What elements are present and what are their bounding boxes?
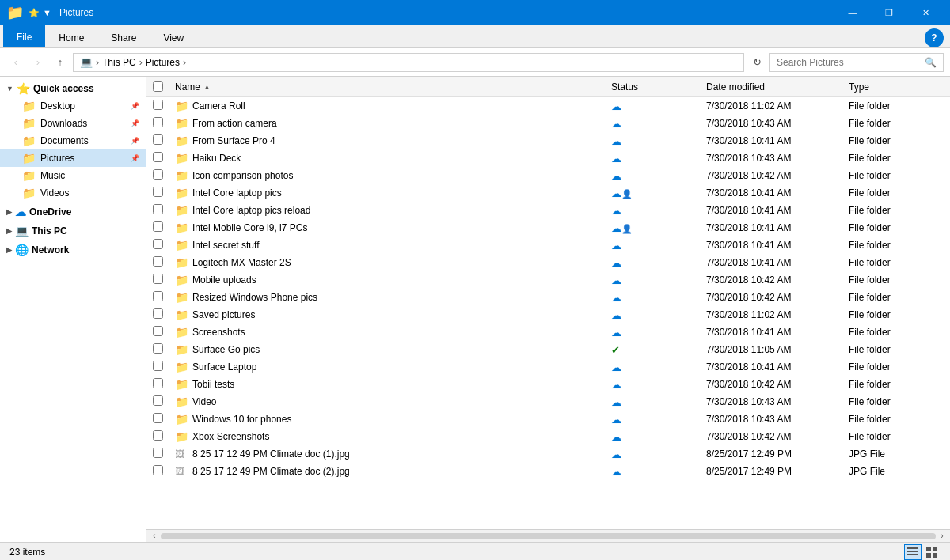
row-checkbox[interactable]: [153, 152, 175, 165]
row-select-checkbox[interactable]: [153, 308, 163, 319]
row-checkbox[interactable]: [153, 308, 175, 321]
row-select-checkbox[interactable]: [153, 361, 163, 371]
row-select-checkbox[interactable]: [153, 343, 163, 354]
back-button[interactable]: ‹: [6, 53, 25, 72]
help-button[interactable]: ?: [925, 28, 944, 47]
tab-home[interactable]: Home: [45, 27, 97, 47]
row-select-checkbox[interactable]: [153, 169, 163, 180]
row-checkbox[interactable]: [153, 430, 175, 443]
row-checkbox[interactable]: [153, 291, 175, 304]
row-select-checkbox[interactable]: [153, 378, 163, 388]
row-select-checkbox[interactable]: [153, 256, 163, 267]
refresh-button[interactable]: ↻: [747, 53, 766, 72]
thumbnail-view-button[interactable]: [923, 544, 940, 560]
table-row[interactable]: 🖼 8 25 17 12 49 PM Climate doc (2).jpg ☁…: [146, 463, 950, 480]
address-path[interactable]: 💻 › This PC › Pictures ›: [73, 53, 744, 72]
row-select-checkbox[interactable]: [153, 395, 163, 406]
row-checkbox[interactable]: [153, 204, 175, 217]
header-date-col[interactable]: Date modified: [706, 81, 849, 93]
table-row[interactable]: 📁 Surface Go pics ✔ 7/30/2018 11:05 AM F…: [146, 341, 950, 358]
horizontal-scrollbar[interactable]: ‹ ›: [146, 529, 950, 542]
row-select-checkbox[interactable]: [153, 465, 163, 475]
header-name-col[interactable]: Name ▲: [175, 81, 611, 93]
table-row[interactable]: 📁 Mobile uploads ☁ 7/30/2018 10:42 AM Fi…: [146, 271, 950, 289]
search-input[interactable]: [777, 57, 922, 68]
row-select-checkbox[interactable]: [153, 134, 163, 145]
row-select-checkbox[interactable]: [153, 221, 163, 232]
row-select-checkbox[interactable]: [153, 448, 163, 458]
onedrive-header[interactable]: ▶ ☁ OneDrive: [0, 203, 146, 221]
row-checkbox[interactable]: [153, 413, 175, 426]
up-button[interactable]: ↑: [51, 53, 70, 72]
this-pc-header[interactable]: ▶ 💻 This PC: [0, 222, 146, 240]
table-row[interactable]: 📁 Logitech MX Master 2S ☁ 7/30/2018 10:4…: [146, 254, 950, 271]
table-row[interactable]: 🖼 8 25 17 12 49 PM Climate doc (1).jpg ☁…: [146, 445, 950, 463]
forward-button[interactable]: ›: [28, 53, 48, 72]
row-checkbox[interactable]: [153, 169, 175, 182]
sidebar-item-desktop[interactable]: 📁 Desktop 📌: [0, 97, 146, 115]
table-row[interactable]: 📁 Saved pictures ☁ 7/30/2018 11:02 AM Fi…: [146, 306, 950, 324]
table-row[interactable]: 📁 Camera Roll ☁ 7/30/2018 11:02 AM File …: [146, 97, 950, 115]
header-type-col[interactable]: Type: [849, 81, 944, 93]
row-checkbox[interactable]: [153, 274, 175, 286]
h-scroll-left-button[interactable]: ‹: [148, 530, 161, 543]
row-checkbox[interactable]: [153, 378, 175, 391]
sidebar-item-pictures[interactable]: 📁 Pictures 📌: [0, 149, 146, 167]
row-select-checkbox[interactable]: [153, 274, 163, 284]
search-box[interactable]: 🔍: [770, 53, 944, 72]
quick-access-header[interactable]: ▼ ⭐ Quick access: [0, 80, 146, 97]
close-button[interactable]: ✕: [907, 0, 944, 25]
row-checkbox[interactable]: [153, 239, 175, 252]
table-row[interactable]: 📁 Surface Laptop ☁ 7/30/2018 10:41 AM Fi…: [146, 358, 950, 376]
row-checkbox[interactable]: [153, 343, 175, 356]
row-checkbox[interactable]: [153, 448, 175, 460]
table-row[interactable]: 📁 Intel Core laptop pics ☁👤 7/30/2018 10…: [146, 184, 950, 202]
table-row[interactable]: 📁 Xbox Screenshots ☁ 7/30/2018 10:42 AM …: [146, 428, 950, 445]
table-row[interactable]: 📁 Video ☁ 7/30/2018 10:43 AM File folder: [146, 393, 950, 411]
path-this-pc[interactable]: This PC: [102, 57, 136, 68]
path-pictures[interactable]: Pictures: [146, 57, 180, 68]
row-select-checkbox[interactable]: [153, 117, 163, 127]
row-select-checkbox[interactable]: [153, 291, 163, 301]
row-select-checkbox[interactable]: [153, 326, 163, 336]
row-select-checkbox[interactable]: [153, 430, 163, 441]
row-checkbox[interactable]: [153, 117, 175, 130]
h-scroll-right-button[interactable]: ›: [936, 530, 948, 543]
h-scroll-track[interactable]: [161, 533, 936, 539]
quick-access-dropdown-icon[interactable]: ▼: [43, 8, 51, 17]
sidebar-item-videos[interactable]: 📁 Videos: [0, 184, 146, 202]
table-row[interactable]: 📁 Tobii tests ☁ 7/30/2018 10:42 AM File …: [146, 376, 950, 393]
sidebar-item-downloads[interactable]: 📁 Downloads 📌: [0, 115, 146, 132]
header-status-col[interactable]: Status: [611, 81, 706, 93]
tab-share[interactable]: Share: [97, 27, 150, 47]
row-checkbox[interactable]: [153, 395, 175, 408]
table-row[interactable]: 📁 Intel secret stuff ☁ 7/30/2018 10:41 A…: [146, 236, 950, 254]
minimize-button[interactable]: —: [834, 0, 871, 25]
row-checkbox[interactable]: [153, 187, 175, 199]
row-select-checkbox[interactable]: [153, 187, 163, 197]
table-row[interactable]: 📁 Intel Mobile Core i9, i7 PCs ☁👤 7/30/2…: [146, 219, 950, 236]
row-checkbox[interactable]: [153, 134, 175, 147]
table-row[interactable]: 📁 Resized Windows Phone pics ☁ 7/30/2018…: [146, 289, 950, 306]
row-select-checkbox[interactable]: [153, 239, 163, 249]
table-row[interactable]: 📁 Icon comparison photos ☁ 7/30/2018 10:…: [146, 167, 950, 184]
row-checkbox[interactable]: [153, 361, 175, 373]
select-all-checkbox[interactable]: [153, 81, 163, 92]
row-select-checkbox[interactable]: [153, 152, 163, 162]
row-checkbox[interactable]: [153, 465, 175, 478]
row-select-checkbox[interactable]: [153, 100, 163, 110]
table-row[interactable]: 📁 Windows 10 for phones ☁ 7/30/2018 10:4…: [146, 411, 950, 428]
row-checkbox[interactable]: [153, 221, 175, 234]
table-row[interactable]: 📁 Screenshots ☁ 7/30/2018 10:41 AM File …: [146, 324, 950, 341]
table-row[interactable]: 📁 From action camera ☁ 7/30/2018 10:43 A…: [146, 115, 950, 132]
sidebar-item-documents[interactable]: 📁 Documents 📌: [0, 132, 146, 149]
sidebar-item-music[interactable]: 📁 Music: [0, 167, 146, 184]
tab-file[interactable]: File: [3, 25, 45, 47]
table-row[interactable]: 📁 Intel Core laptop pics reload ☁ 7/30/2…: [146, 202, 950, 219]
row-select-checkbox[interactable]: [153, 413, 163, 423]
table-row[interactable]: 📁 From Surface Pro 4 ☁ 7/30/2018 10:41 A…: [146, 132, 950, 149]
detail-view-button[interactable]: [904, 544, 922, 560]
tab-view[interactable]: View: [150, 27, 197, 47]
row-checkbox[interactable]: [153, 326, 175, 339]
row-checkbox[interactable]: [153, 256, 175, 269]
